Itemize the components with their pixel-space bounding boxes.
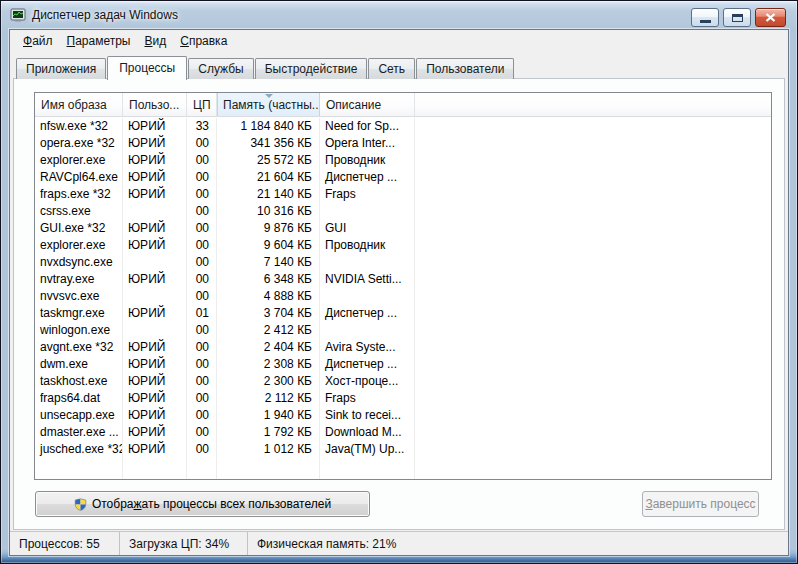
cell-cpu: 00 [187, 186, 217, 203]
cell-desc: Хост-проце... [320, 373, 415, 390]
cell-user: ЮРИЙ [123, 135, 187, 152]
column-header-memory[interactable]: Память (частны... [217, 93, 320, 116]
tab-Приложения[interactable]: Приложения [16, 58, 106, 79]
cell-desc: Диспетчер ... [320, 305, 415, 322]
table-row[interactable]: opera.exe *32ЮРИЙ00341 356 КБOpera Inter… [35, 135, 771, 152]
end-process-button[interactable]: Завершить процесс [642, 491, 759, 517]
cell-desc [320, 254, 415, 271]
cell-cpu: 00 [187, 441, 217, 458]
table-row[interactable]: csrss.exe0010 316 КБ [35, 203, 771, 220]
table-row[interactable]: explorer.exeЮРИЙ009 604 КБПроводник [35, 237, 771, 254]
list-header: Имя образа Пользо... ЦП Память (частны..… [35, 93, 771, 117]
cell-user: ЮРИЙ [123, 169, 187, 186]
column-gridline [122, 118, 123, 479]
cell-user: ЮРИЙ [123, 390, 187, 407]
column-header-image-name[interactable]: Имя образа [35, 93, 123, 116]
menu-file[interactable]: Файл [16, 31, 60, 51]
cell-mem: 7 140 КБ [217, 254, 320, 271]
process-list: Имя образа Пользо... ЦП Память (частны..… [34, 92, 772, 480]
cell-name: dmaster.exe ... [35, 424, 123, 441]
menu-options[interactable]: Параметры [60, 31, 138, 51]
cell-cpu: 00 [187, 169, 217, 186]
cell-cpu: 00 [187, 339, 217, 356]
menu-help[interactable]: Справка [173, 31, 234, 51]
table-row[interactable]: avgnt.exe *32ЮРИЙ002 404 КБAvira Syste..… [35, 339, 771, 356]
cell-cpu: 00 [187, 322, 217, 339]
cell-mem: 2 308 КБ [217, 356, 320, 373]
table-row[interactable]: unsecapp.exeЮРИЙ001 940 КБSink to recei.… [35, 407, 771, 424]
table-row[interactable]: dmaster.exe ...ЮРИЙ001 792 КБDownload M.… [35, 424, 771, 441]
client-area: Файл Параметры Вид Справка ПриложенияПро… [9, 29, 789, 556]
cell-name: winlogon.exe [35, 322, 123, 339]
title-bar[interactable]: Диспетчер задач Windows [1, 1, 797, 29]
cell-desc: Проводник [320, 152, 415, 169]
cell-name: taskhost.exe [35, 373, 123, 390]
tab-Службы[interactable]: Службы [188, 58, 253, 79]
table-row[interactable]: fraps64.datЮРИЙ002 112 КБFraps [35, 390, 771, 407]
cell-mem: 3 704 КБ [217, 305, 320, 322]
tab-strip: ПриложенияПроцессыСлужбыБыстродействиеСе… [16, 55, 782, 79]
cell-name: unsecapp.exe [35, 407, 123, 424]
cell-user: ЮРИЙ [123, 339, 187, 356]
column-gridline [186, 118, 187, 479]
table-row[interactable]: fraps.exe *32ЮРИЙ0021 140 КБFraps [35, 186, 771, 203]
cell-cpu: 33 [187, 118, 217, 135]
cell-desc [320, 203, 415, 220]
tab-Быстродействие[interactable]: Быстродействие [255, 58, 368, 79]
cell-name: fraps.exe *32 [35, 186, 123, 203]
table-row[interactable]: dwm.exeЮРИЙ002 308 КБДиспетчер ... [35, 356, 771, 373]
show-all-processes-button[interactable]: Отображать процессы всех пользователей [35, 491, 370, 517]
column-gridline [414, 118, 415, 479]
tab-Процессы[interactable]: Процессы [107, 56, 187, 80]
cell-cpu: 00 [187, 254, 217, 271]
table-row[interactable]: winlogon.exe002 412 КБ [35, 322, 771, 339]
minimize-button[interactable] [691, 8, 719, 27]
status-cpu-usage: Загрузка ЦП: 34% [120, 532, 248, 555]
tab-Пользователи[interactable]: Пользователи [416, 58, 514, 79]
cell-cpu: 00 [187, 390, 217, 407]
cell-name: RAVCpl64.exe [35, 169, 123, 186]
list-body: nfsw.exe *32ЮРИЙ331 184 840 КБNeed for S… [35, 118, 771, 479]
table-row[interactable]: GUI.exe *32ЮРИЙ009 876 КБGUI [35, 220, 771, 237]
cell-user: ЮРИЙ [123, 271, 187, 288]
column-header-filler [415, 93, 771, 116]
table-row[interactable]: nfsw.exe *32ЮРИЙ331 184 840 КБNeed for S… [35, 118, 771, 135]
task-manager-icon [10, 7, 26, 23]
processes-tab-page: Имя образа Пользо... ЦП Память (частны..… [13, 78, 785, 530]
cell-user [123, 288, 187, 305]
cell-mem: 1 940 КБ [217, 407, 320, 424]
column-header-cpu[interactable]: ЦП [187, 93, 217, 116]
cell-mem: 2 112 КБ [217, 390, 320, 407]
cell-cpu: 00 [187, 424, 217, 441]
cell-name: opera.exe *32 [35, 135, 123, 152]
table-row[interactable]: nvtray.exeЮРИЙ006 348 КБNVIDIA Setti... [35, 271, 771, 288]
cell-desc: Fraps [320, 390, 415, 407]
cell-cpu: 00 [187, 203, 217, 220]
table-row[interactable]: jusched.exe *32ЮРИЙ001 012 КБJava(TM) Up… [35, 441, 771, 458]
menu-view[interactable]: Вид [137, 31, 173, 51]
cell-desc: Fraps [320, 186, 415, 203]
status-process-count: Процессов: 55 [10, 532, 120, 555]
cell-cpu: 00 [187, 237, 217, 254]
table-row[interactable]: explorer.exeЮРИЙ0025 572 КБПроводник [35, 152, 771, 169]
task-manager-window: Диспетчер задач Windows Файл Параметры В… [0, 0, 798, 564]
close-button[interactable] [755, 8, 786, 27]
column-header-user[interactable]: Пользо... [123, 93, 187, 116]
table-row[interactable]: RAVCpl64.exeЮРИЙ0021 604 КБДиспетчер ... [35, 169, 771, 186]
cell-cpu: 00 [187, 135, 217, 152]
cell-name: explorer.exe [35, 152, 123, 169]
table-row[interactable]: nvvsvc.exe004 888 КБ [35, 288, 771, 305]
table-row[interactable]: taskhost.exeЮРИЙ002 300 КБХост-проце... [35, 373, 771, 390]
maximize-button[interactable] [723, 8, 751, 27]
tab-Сеть[interactable]: Сеть [368, 58, 415, 79]
cell-desc: Opera Inter... [320, 135, 415, 152]
table-row[interactable]: taskmgr.exeЮРИЙ013 704 КБДиспетчер ... [35, 305, 771, 322]
cell-mem: 341 356 КБ [217, 135, 320, 152]
cell-cpu: 00 [187, 220, 217, 237]
column-gridline [319, 118, 320, 479]
table-row[interactable]: nvxdsync.exe007 140 КБ [35, 254, 771, 271]
cell-name: jusched.exe *32 [35, 441, 123, 458]
cell-user: ЮРИЙ [123, 373, 187, 390]
cell-cpu: 00 [187, 288, 217, 305]
column-header-description[interactable]: Описание [320, 93, 415, 116]
